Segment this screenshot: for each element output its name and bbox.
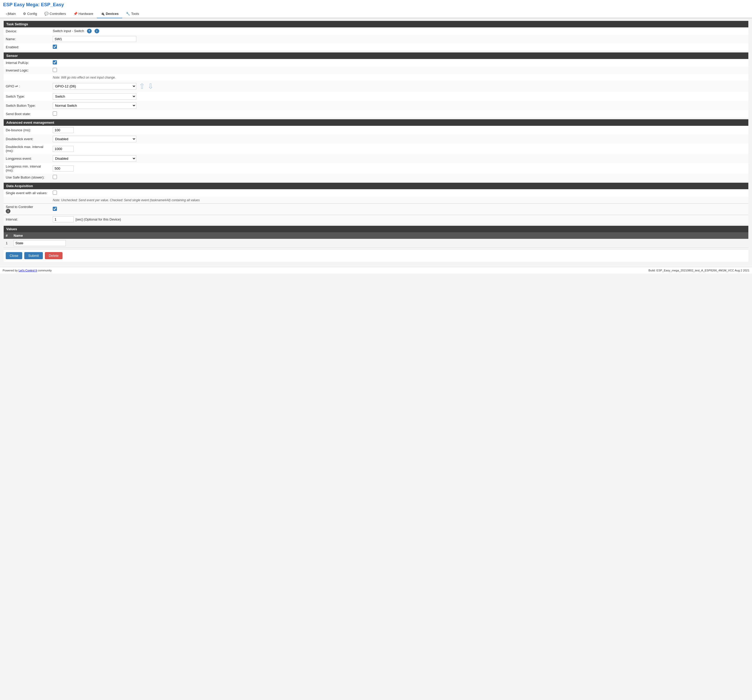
send-to-controller-label: Send to Controller i [6, 205, 48, 214]
inversed-logic-checkbox[interactable] [53, 68, 57, 72]
values-table: # Name 1 [4, 232, 748, 248]
send-boot-state-checkbox[interactable] [53, 112, 57, 116]
nav-config-label: Config [27, 12, 37, 16]
help-icon[interactable]: ? [87, 29, 92, 33]
enabled-label: Enabled: [4, 43, 51, 51]
data-acquisition-table: Single event with all values: Note: Unch… [4, 189, 748, 224]
sensor-table: Internal PullUp: Inversed Logic: Note: W… [4, 59, 748, 118]
longpress-event-select[interactable]: Disabled Enabled [53, 155, 136, 162]
name-label: Name: [4, 35, 51, 43]
send-boot-state-row: Send Boot state: [4, 110, 748, 118]
nav-devices[interactable]: 🔌 Devices [97, 10, 122, 18]
nav-tools-label: Tools [131, 12, 139, 16]
doubleclick-event-row: Doubleclick event: Disabled Enabled [4, 134, 748, 144]
close-button[interactable]: Close [6, 252, 22, 259]
footer-link[interactable]: Let's Control It [19, 269, 37, 272]
sensor-header: Sensor [4, 53, 748, 59]
gpio-row: GPIO ⇌ : GPIO-12 (D6) GPIO-0 (D3) GPIO-1… [4, 81, 748, 92]
table-row: 1 [4, 239, 748, 248]
send-boot-state-label: Send Boot state: [4, 110, 51, 118]
internal-pullup-row: Internal PullUp: [4, 59, 748, 67]
send-to-controller-checkbox[interactable] [53, 207, 57, 211]
nav-hardware[interactable]: 📌 Hardware [70, 10, 97, 18]
safe-button-checkbox[interactable] [53, 175, 57, 179]
delete-button[interactable]: Delete [45, 252, 63, 259]
row-number: 1 [4, 239, 11, 248]
chat-icon: 💬 [44, 12, 48, 16]
wrench-icon: 🔧 [126, 12, 130, 16]
switch-type-row: Switch Type: Switch Dimmer [4, 92, 748, 101]
footer-right: Build: ESP_Easy_mega_20210802_test_A_ESP… [649, 269, 750, 272]
debounce-input[interactable] [53, 127, 74, 133]
safe-button-row: Use Safe Button (slower): [4, 174, 748, 181]
switch-type-select[interactable]: Switch Dimmer [53, 93, 136, 100]
nav-main-label: ◁Main [6, 12, 16, 16]
page-title: ESP Easy Mega: ESP_Easy [3, 2, 64, 7]
inversed-logic-label: Inversed Logic: [4, 67, 51, 74]
single-event-checkbox[interactable] [53, 191, 57, 195]
enabled-row: Enabled: [4, 43, 748, 51]
safe-button-label: Use Safe Button (slower): [4, 174, 51, 181]
nav-config[interactable]: ⚙ Config [19, 10, 41, 18]
name-row: Name: [4, 35, 748, 43]
info-icon[interactable]: i [95, 29, 99, 33]
internal-pullup-label: Internal PullUp: [4, 59, 51, 67]
interval-input[interactable] [53, 216, 74, 222]
longpress-event-label: Longpress event: [4, 154, 51, 163]
page-header: ESP Easy Mega: ESP_Easy ◁Main ⚙ Config 💬… [0, 0, 752, 18]
debounce-label: De-bounce (ms): [4, 126, 51, 134]
longpress-min-input[interactable] [53, 166, 74, 171]
footer-left: Powered by Let's Control It community [3, 269, 52, 272]
plug-icon: 🔌 [101, 12, 105, 16]
longpress-min-row: Longpress min. interval (ms): [4, 163, 748, 174]
submit-button[interactable]: Submit [24, 252, 43, 259]
advanced-table: De-bounce (ms): Doubleclick event: Disab… [4, 126, 748, 181]
nav-devices-label: Devices [106, 12, 118, 16]
values-table-header-row: # Name [4, 232, 748, 239]
arrow-down-icon: ⇩ [148, 82, 154, 90]
nav-tools[interactable]: 🔧 Tools [122, 10, 143, 18]
device-value: Switch input - Switch [53, 29, 84, 33]
nav-main[interactable]: ◁Main [2, 10, 19, 18]
switch-button-type-row: Switch Button Type: Normal Switch Push B… [4, 101, 748, 110]
data-acquisition-header: Data Acquisition [4, 183, 748, 189]
navigation: ◁Main ⚙ Config 💬 Controllers 📌 Hardware … [0, 10, 752, 18]
device-row: Device: Switch input - Switch ? i [4, 27, 748, 35]
gear-icon: ⚙ [23, 12, 26, 16]
single-event-note-row: Note: Unchecked: Send event per value. C… [4, 197, 748, 203]
nav-controllers-label: Controllers [50, 12, 66, 16]
single-event-row: Single event with all values: [4, 189, 748, 197]
doubleclick-max-row: Doubleclick max. interval (ms): [4, 144, 748, 154]
doubleclick-max-input[interactable] [53, 146, 74, 152]
task-settings-table: Device: Switch input - Switch ? i Name: … [4, 27, 748, 51]
interval-suffix: [sec] (Optional for this Device) [75, 217, 121, 221]
interval-label: Interval: [4, 215, 51, 224]
switch-button-type-select[interactable]: Normal Switch Push Button Active Low Pus… [53, 102, 136, 109]
debounce-row: De-bounce (ms): [4, 126, 748, 134]
values-header: Values [4, 226, 748, 232]
gpio-select[interactable]: GPIO-12 (D6) GPIO-0 (D3) GPIO-1 (TX) GPI… [53, 83, 136, 90]
doubleclick-event-label: Doubleclick event: [4, 134, 51, 144]
longpress-min-label: Longpress min. interval (ms): [4, 163, 51, 174]
nav-hardware-label: Hardware [79, 12, 93, 16]
pin-icon: 📌 [73, 12, 78, 16]
col-name-header: Name [11, 232, 748, 239]
footer: Powered by Let's Control It community Bu… [0, 267, 752, 273]
name-input[interactable] [53, 36, 136, 42]
nav-controllers[interactable]: 💬 Controllers [41, 10, 70, 18]
interval-row: Interval: [sec] (Optional for this Devic… [4, 215, 748, 224]
internal-pullup-checkbox[interactable] [53, 60, 57, 64]
values-section: Values # Name 1 [4, 226, 748, 248]
state-name-input[interactable] [14, 240, 66, 246]
single-event-note: Note: Unchecked: Send event per value. C… [53, 199, 200, 202]
note-row: Note: Will go into effect on next input … [4, 74, 748, 81]
switch-button-type-label: Switch Button Type: [4, 101, 51, 110]
advanced-header: Advanced event management [4, 119, 748, 126]
inversed-logic-row: Inversed Logic: [4, 67, 748, 74]
arrow-up-icon: ⇧ [139, 82, 145, 90]
enabled-checkbox[interactable] [53, 45, 57, 49]
inversed-logic-note: Note: Will go into effect on next input … [53, 76, 116, 79]
device-label: Device: [4, 27, 51, 35]
doubleclick-event-select[interactable]: Disabled Enabled [53, 136, 136, 142]
send-controller-info-icon[interactable]: i [6, 209, 11, 214]
